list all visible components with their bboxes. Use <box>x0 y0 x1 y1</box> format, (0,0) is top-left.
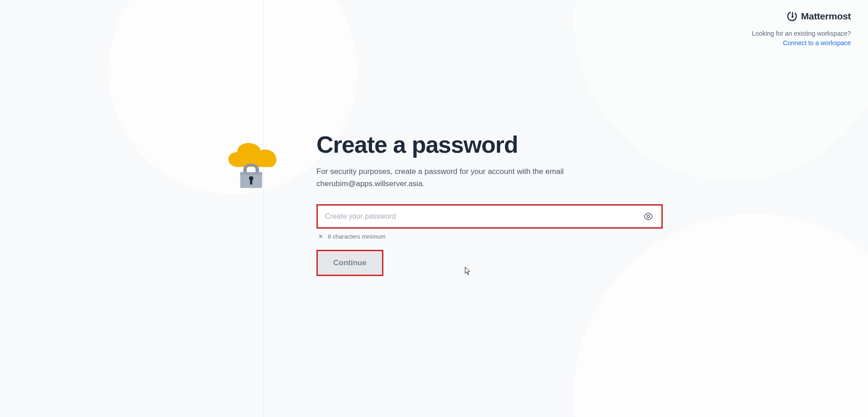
continue-button-highlight: Continue <box>316 250 383 276</box>
password-requirement-text: 8 characters minimum <box>328 233 386 240</box>
toggle-password-visibility-button[interactable] <box>635 206 661 227</box>
svg-point-6 <box>647 215 650 218</box>
svg-rect-3 <box>240 172 262 175</box>
mattermost-logo-icon <box>787 11 797 22</box>
continue-button[interactable]: Continue <box>318 251 382 275</box>
page-subtitle: For security purposes, create a password… <box>316 165 624 190</box>
brand-logo: Mattermost <box>752 11 851 22</box>
svg-rect-5 <box>250 179 252 185</box>
eye-icon <box>643 211 653 221</box>
brand-name: Mattermost <box>801 11 851 22</box>
form-area: Create a password For security purposes,… <box>316 131 661 276</box>
password-input-wrapper <box>316 204 663 229</box>
page-title: Create a password <box>316 131 661 158</box>
cloud-lock-icon <box>217 132 287 191</box>
connect-workspace-link[interactable]: Connect to a workspace <box>783 39 851 47</box>
password-requirement: ✕ 8 characters minimum <box>316 233 661 240</box>
main-content: Create a password For security purposes,… <box>218 131 661 276</box>
password-input[interactable] <box>318 206 635 227</box>
close-icon: ✕ <box>318 234 323 239</box>
header-question-text: Looking for an existing workspace? <box>752 30 851 37</box>
svg-point-1 <box>792 16 793 18</box>
header: Mattermost Looking for an existing works… <box>752 11 851 47</box>
